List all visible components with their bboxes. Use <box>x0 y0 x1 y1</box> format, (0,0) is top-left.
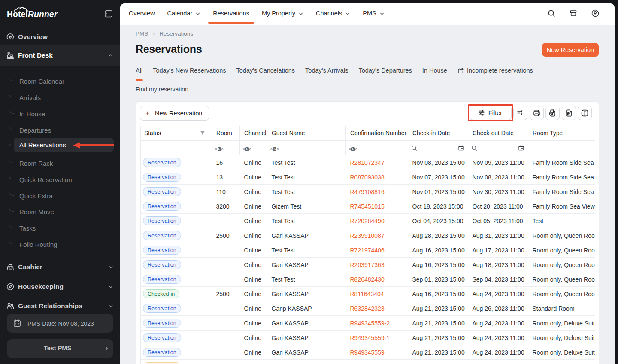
svg-text:Hotel: Hotel <box>7 9 28 19</box>
svg-text:Runner: Runner <box>28 9 58 19</box>
